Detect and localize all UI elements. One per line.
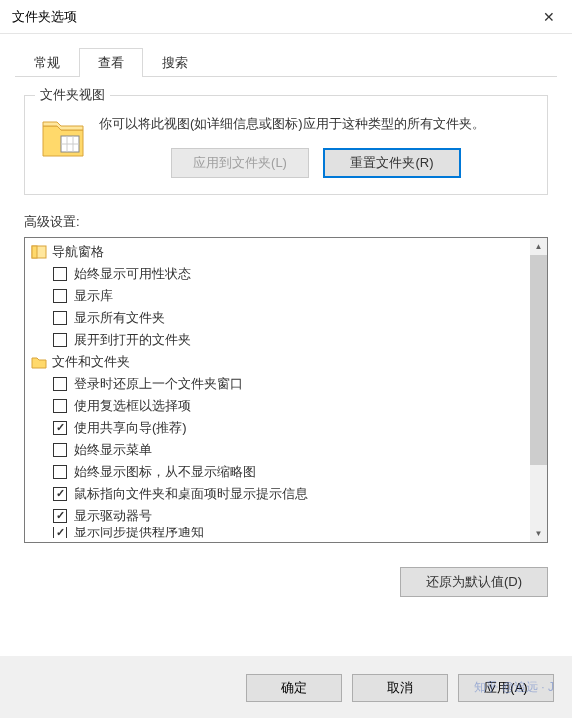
scroll-track[interactable] bbox=[530, 255, 547, 525]
tab-general[interactable]: 常规 bbox=[15, 48, 79, 77]
tree-item-checkboxes[interactable]: 使用复选框以选择项 bbox=[27, 395, 528, 417]
tree-item-all-folders[interactable]: 显示所有文件夹 bbox=[27, 307, 528, 329]
label-partial: 显示同步提供程序通知 bbox=[74, 527, 204, 538]
reset-folders-button[interactable]: 重置文件夹(R) bbox=[323, 148, 461, 178]
titlebar: 文件夹选项 ✕ bbox=[0, 0, 572, 34]
tree-item-icons[interactable]: 始终显示图标，从不显示缩略图 bbox=[27, 461, 528, 483]
tab-content: 文件夹视图 你可以将此视图(如详细信息或图标)应用于这种类型的所有文件夹。 应用… bbox=[0, 77, 572, 553]
files-folders-icon bbox=[31, 354, 47, 370]
tree-item-menus[interactable]: 始终显示菜单 bbox=[27, 439, 528, 461]
tab-view[interactable]: 查看 bbox=[79, 48, 143, 77]
label-use-checkboxes: 使用复选框以选择项 bbox=[74, 397, 191, 415]
ok-button[interactable]: 确定 bbox=[246, 674, 342, 702]
checkbox-availability[interactable] bbox=[53, 267, 67, 281]
label-all-folders: 显示所有文件夹 bbox=[74, 309, 165, 327]
checkbox-expand[interactable] bbox=[53, 333, 67, 347]
advanced-settings-listbox: 导航窗格 始终显示可用性状态 显示库 显示所有文件夹 展开到打开的文件夹 bbox=[24, 237, 548, 543]
tree-files-folders-label: 文件和文件夹 bbox=[52, 353, 130, 371]
checkbox-use-checkboxes[interactable] bbox=[53, 399, 67, 413]
tree-nav-pane[interactable]: 导航窗格 bbox=[27, 241, 528, 263]
checkbox-sharing[interactable] bbox=[53, 421, 67, 435]
checkbox-icons[interactable] bbox=[53, 465, 67, 479]
reset-folders-label: 重置文件夹(R) bbox=[350, 154, 433, 172]
folder-views-buttons: 应用到文件夹(L) 重置文件夹(R) bbox=[99, 148, 533, 178]
label-icons: 始终显示图标，从不显示缩略图 bbox=[74, 463, 256, 481]
tree-files-folders[interactable]: 文件和文件夹 bbox=[27, 351, 528, 373]
checkbox-all-folders[interactable] bbox=[53, 311, 67, 325]
nav-pane-icon bbox=[31, 244, 47, 260]
tree-item-partial[interactable]: 显示同步提供程序通知 bbox=[27, 527, 528, 538]
dialog-button-row: 确定 取消 应用(A) 知乎 @追远 · J bbox=[0, 656, 572, 718]
label-sharing: 使用共享向导(推荐) bbox=[74, 419, 187, 437]
scroll-down-button[interactable]: ▼ bbox=[530, 525, 547, 542]
tree-item-drives[interactable]: 显示驱动器号 bbox=[27, 505, 528, 527]
apply-to-folders-label: 应用到文件夹(L) bbox=[193, 154, 287, 172]
tree-nav-pane-label: 导航窗格 bbox=[52, 243, 104, 261]
label-availability: 始终显示可用性状态 bbox=[74, 265, 191, 283]
checkbox-drives[interactable] bbox=[53, 509, 67, 523]
tree-item-expand[interactable]: 展开到打开的文件夹 bbox=[27, 329, 528, 351]
tree-item-availability[interactable]: 始终显示可用性状态 bbox=[27, 263, 528, 285]
label-menus: 始终显示菜单 bbox=[74, 441, 152, 459]
folder-views-group: 文件夹视图 你可以将此视图(如详细信息或图标)应用于这种类型的所有文件夹。 应用… bbox=[24, 95, 548, 195]
tab-search[interactable]: 搜索 bbox=[143, 48, 207, 77]
listbox-scrollbar[interactable]: ▲ ▼ bbox=[530, 238, 547, 542]
label-libraries: 显示库 bbox=[74, 287, 113, 305]
tree-item-libraries[interactable]: 显示库 bbox=[27, 285, 528, 307]
label-restore: 登录时还原上一个文件夹窗口 bbox=[74, 375, 243, 393]
scroll-thumb[interactable] bbox=[530, 255, 547, 466]
label-tooltips: 鼠标指向文件夹和桌面项时显示提示信息 bbox=[74, 485, 308, 503]
checkbox-partial[interactable] bbox=[53, 527, 67, 538]
folder-views-title: 文件夹视图 bbox=[35, 86, 110, 104]
folder-views-right: 你可以将此视图(如详细信息或图标)应用于这种类型的所有文件夹。 应用到文件夹(L… bbox=[99, 114, 533, 178]
label-drives: 显示驱动器号 bbox=[74, 507, 152, 525]
folder-views-body: 你可以将此视图(如详细信息或图标)应用于这种类型的所有文件夹。 应用到文件夹(L… bbox=[39, 114, 533, 178]
restore-defaults-button[interactable]: 还原为默认值(D) bbox=[400, 567, 548, 597]
tree-item-sharing[interactable]: 使用共享向导(推荐) bbox=[27, 417, 528, 439]
restore-defaults-row: 还原为默认值(D) bbox=[0, 553, 572, 597]
close-button[interactable]: ✕ bbox=[526, 0, 572, 34]
apply-to-folders-button: 应用到文件夹(L) bbox=[171, 148, 309, 178]
svg-rect-5 bbox=[32, 246, 37, 258]
folder-views-description: 你可以将此视图(如详细信息或图标)应用于这种类型的所有文件夹。 bbox=[99, 114, 533, 134]
window-title: 文件夹选项 bbox=[12, 8, 526, 26]
scroll-up-button[interactable]: ▲ bbox=[530, 238, 547, 255]
cancel-button[interactable]: 取消 bbox=[352, 674, 448, 702]
checkbox-restore[interactable] bbox=[53, 377, 67, 391]
tree-item-tooltips[interactable]: 鼠标指向文件夹和桌面项时显示提示信息 bbox=[27, 483, 528, 505]
advanced-settings-label: 高级设置: bbox=[24, 213, 548, 231]
label-expand: 展开到打开的文件夹 bbox=[74, 331, 191, 349]
checkbox-tooltips[interactable] bbox=[53, 487, 67, 501]
apply-button[interactable]: 应用(A) bbox=[458, 674, 554, 702]
advanced-settings-content: 导航窗格 始终显示可用性状态 显示库 显示所有文件夹 展开到打开的文件夹 bbox=[25, 238, 530, 542]
checkbox-menus[interactable] bbox=[53, 443, 67, 457]
folder-icon bbox=[39, 114, 87, 162]
tree-item-restore[interactable]: 登录时还原上一个文件夹窗口 bbox=[27, 373, 528, 395]
tab-strip: 常规 查看 搜索 bbox=[0, 34, 572, 77]
checkbox-libraries[interactable] bbox=[53, 289, 67, 303]
restore-defaults-label: 还原为默认值(D) bbox=[426, 573, 522, 591]
